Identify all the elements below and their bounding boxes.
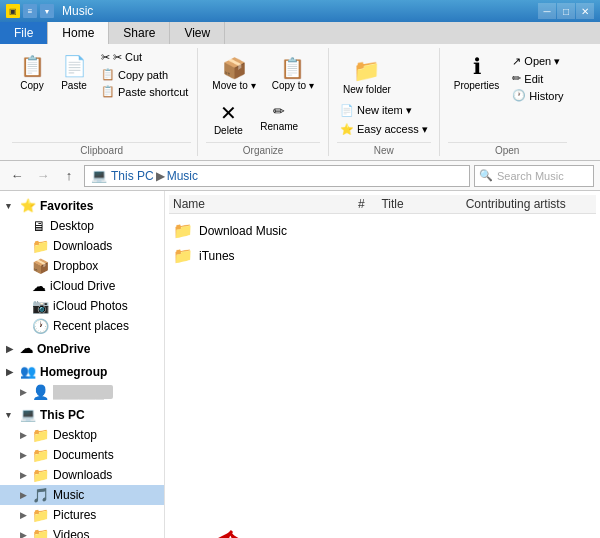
tab-home[interactable]: Home (48, 22, 109, 44)
tab-view[interactable]: View (170, 22, 225, 44)
sidebar-item-user[interactable]: ▶ 👤 ██████ (0, 382, 164, 402)
sidebar-item-documents[interactable]: ▶ 📁 Documents (0, 445, 164, 465)
dropbox-icon: 📦 (32, 258, 49, 274)
sidebar-header-onedrive[interactable]: ▶ ☁ OneDrive (0, 338, 164, 359)
search-box[interactable]: 🔍 Search Music (474, 165, 594, 187)
sidebar-item-icloud-photos[interactable]: 📷 iCloud Photos (0, 296, 164, 316)
sidebar-item-dropbox[interactable]: 📦 Dropbox (0, 256, 164, 276)
sidebar-item-videos[interactable]: ▶ 📁 Videos (0, 525, 164, 538)
col-header-num[interactable]: # (341, 197, 381, 211)
list-item[interactable]: 📁 Download Music (169, 218, 596, 243)
history-button[interactable]: 🕐 History (509, 88, 566, 103)
edit-icon: ✏ (512, 72, 521, 85)
address-bar: ← → ↑ 💻 This PC ▶ Music 🔍 Search Music (0, 161, 600, 191)
sidebar-header-favorites[interactable]: ▾ ⭐ Favorites (0, 195, 164, 216)
videos-icon: 📁 (32, 527, 49, 538)
icloud-photos-icon: 📷 (32, 298, 49, 314)
icloud-photos-label: iCloud Photos (53, 299, 128, 313)
music-label: Music (53, 488, 84, 502)
title-icon-3: ▼ (40, 4, 54, 18)
move-to-button[interactable]: 📦 Move to ▾ (206, 52, 261, 95)
edit-button[interactable]: ✏ Edit (509, 71, 566, 86)
sidebar-section-onedrive: ▶ ☁ OneDrive (0, 338, 164, 359)
copy-path-button[interactable]: 📋 Copy path (98, 67, 191, 82)
delete-button[interactable]: ✕ Delete (206, 97, 250, 140)
organize-group: 📦 Move to ▾ 📋 Copy to ▾ ✕ Delete ✏ (198, 48, 329, 156)
file-items: 📁 Download Music 📁 iTunes (169, 214, 596, 272)
favorites-icon: ⭐ (20, 198, 36, 213)
homegroup-label: Homegroup (40, 365, 107, 379)
forward-button[interactable]: → (32, 165, 54, 187)
maximize-button[interactable]: □ (557, 3, 575, 19)
back-button[interactable]: ← (6, 165, 28, 187)
path-music[interactable]: Music (167, 169, 198, 183)
paste-shortcut-icon: 📋 (101, 85, 115, 98)
this-pc-label: This PC (40, 408, 85, 422)
rename-icon: ✏ (273, 101, 285, 121)
list-item[interactable]: 📁 iTunes (169, 243, 596, 268)
rename-button[interactable]: ✏ Rename (254, 97, 304, 140)
copy-to-button[interactable]: 📋 Copy to ▾ (266, 52, 320, 95)
sidebar-item-recent[interactable]: 🕐 Recent places (0, 316, 164, 336)
search-placeholder: Search Music (497, 170, 564, 182)
title-text: Music (62, 4, 93, 18)
paste-shortcut-button[interactable]: 📋 Paste shortcut (98, 84, 191, 99)
sidebar-item-desktop-fav[interactable]: 🖥 Desktop (0, 216, 164, 236)
easy-access-icon: ⭐ (340, 123, 354, 136)
pictures-label: Pictures (53, 508, 96, 522)
onedrive-expand-icon: ▶ (6, 344, 18, 354)
col-header-name[interactable]: Name (173, 197, 341, 211)
new-item-button[interactable]: 📄 New item ▾ (337, 103, 415, 118)
path-this-pc[interactable]: This PC (111, 169, 154, 183)
sidebar-item-icloud-drive[interactable]: ☁ iCloud Drive (0, 276, 164, 296)
properties-icon: ℹ (473, 54, 481, 80)
paste-button[interactable]: 📄 Paste (54, 48, 94, 95)
organize-label: Organize (206, 142, 320, 156)
sidebar-item-music[interactable]: ▶ 🎵 Music (0, 485, 164, 505)
desktop-pc-icon: 📁 (32, 427, 49, 443)
col-header-title[interactable]: Title (381, 197, 465, 211)
sidebar-item-pictures[interactable]: ▶ 📁 Pictures (0, 505, 164, 525)
desktop-fav-icon: 🖥 (32, 218, 46, 234)
sidebar-header-this-pc[interactable]: ▾ 💻 This PC (0, 404, 164, 425)
title-icon-1: ▣ (6, 4, 20, 18)
open-button[interactable]: ↗ Open ▾ (509, 54, 566, 69)
up-button[interactable]: ↑ (58, 165, 80, 187)
title-bar: ▣ ≡ ▼ Music ─ □ ✕ (0, 0, 600, 22)
move-to-icon: 📦 (222, 56, 247, 80)
col-header-artist[interactable]: Contributing artists (466, 197, 592, 211)
user-icon: 👤 (32, 384, 49, 400)
file-list-header: Name # Title Contributing artists (169, 195, 596, 214)
tab-share[interactable]: Share (109, 22, 170, 44)
easy-access-button[interactable]: ⭐ Easy access ▾ (337, 122, 431, 137)
sidebar-header-homegroup[interactable]: ▶ 👥 Homegroup (0, 361, 164, 382)
close-button[interactable]: ✕ (576, 3, 594, 19)
user-label: ██████ (53, 385, 113, 399)
title-controls: ─ □ ✕ (538, 3, 594, 19)
sidebar-item-downloads-fav[interactable]: 📁 Downloads (0, 236, 164, 256)
properties-button[interactable]: ℹ Properties (448, 50, 506, 103)
recent-icon: 🕐 (32, 318, 49, 334)
icloud-drive-icon: ☁ (32, 278, 46, 294)
open-label: Open (448, 142, 567, 156)
minimize-button[interactable]: ─ (538, 3, 556, 19)
new-item-icon: 📄 (340, 104, 354, 117)
sidebar: ▾ ⭐ Favorites 🖥 Desktop 📁 Downloads 📦 Dr… (0, 191, 165, 538)
sidebar-item-downloads-pc[interactable]: ▶ 📁 Downloads (0, 465, 164, 485)
file-list: Name # Title Contributing artists 📁 Down… (165, 191, 600, 538)
address-path[interactable]: 💻 This PC ▶ Music (84, 165, 470, 187)
homegroup-expand-icon: ▶ (6, 367, 18, 377)
copy-button[interactable]: 📋 Copy (12, 48, 52, 95)
main-area: ▾ ⭐ Favorites 🖥 Desktop 📁 Downloads 📦 Dr… (0, 191, 600, 538)
history-icon: 🕐 (512, 89, 526, 102)
tab-file[interactable]: File (0, 22, 48, 44)
icloud-drive-label: iCloud Drive (50, 279, 115, 293)
cut-icon: ✂ (101, 51, 110, 64)
title-bar-icons: ▣ ≡ ▼ (6, 4, 54, 18)
copy-to-icon: 📋 (280, 56, 305, 80)
sidebar-section-favorites: ▾ ⭐ Favorites 🖥 Desktop 📁 Downloads 📦 Dr… (0, 195, 164, 336)
sidebar-item-desktop-pc[interactable]: ▶ 📁 Desktop (0, 425, 164, 445)
new-folder-button[interactable]: 📁 New folder (337, 54, 397, 99)
cut-button[interactable]: ✂ ✂ Cut (98, 50, 191, 65)
sidebar-section-this-pc: ▾ 💻 This PC ▶ 📁 Desktop ▶ 📁 Documents ▶ … (0, 404, 164, 538)
